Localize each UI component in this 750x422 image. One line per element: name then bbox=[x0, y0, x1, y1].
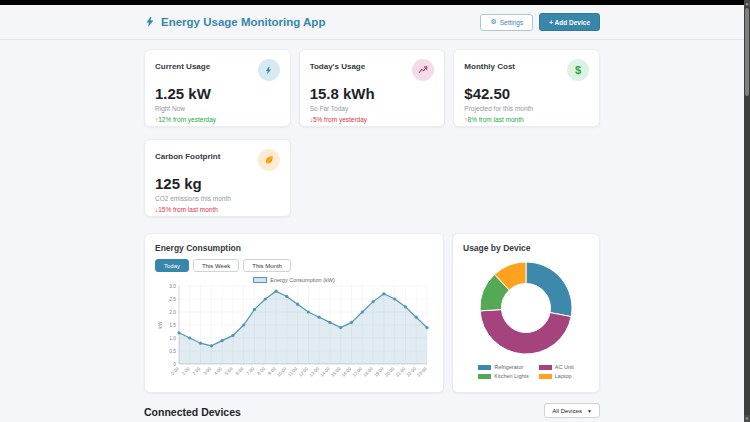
legend-swatch bbox=[539, 374, 552, 379]
svg-text:10:00: 10:00 bbox=[276, 366, 288, 378]
range-buttons: Today This Week This Month bbox=[155, 259, 433, 272]
chevron-down-icon: ▼ bbox=[587, 408, 592, 414]
svg-text:17:00: 17:00 bbox=[352, 366, 364, 378]
scroll-up-icon[interactable]: ▲ bbox=[744, 0, 750, 7]
stat-value: $42.50 bbox=[464, 85, 589, 102]
svg-text:12:00: 12:00 bbox=[298, 366, 310, 378]
svg-text:1.5: 1.5 bbox=[169, 323, 176, 328]
device-filter-select[interactable]: All Devices ▼ bbox=[544, 403, 600, 418]
stat-value: 1.25 kW bbox=[155, 85, 280, 102]
connected-devices-header: Connected Devices All Devices ▼ bbox=[144, 403, 600, 418]
stat-subtitle: Right Now bbox=[155, 105, 280, 112]
stat-change: ↓5% from yesterday bbox=[310, 116, 435, 123]
svg-text:2.0: 2.0 bbox=[169, 310, 176, 315]
page: Energy Usage Monitoring App ⚙ Settings +… bbox=[0, 5, 744, 422]
stat-title: Carbon Footprint bbox=[155, 149, 220, 161]
charts-row: Energy Consumption Today This Week This … bbox=[144, 233, 600, 393]
svg-text:kW: kW bbox=[158, 321, 163, 328]
svg-text:11:00: 11:00 bbox=[287, 366, 299, 378]
device-chart-legend: RefrigeratorAC UnitKitchen LightsLaptop bbox=[463, 364, 589, 379]
device-filter-value: All Devices bbox=[552, 408, 582, 414]
stat-title: Monthly Cost bbox=[464, 59, 515, 71]
stat-value: 125 kg bbox=[155, 175, 280, 192]
add-device-button-label: + Add Device bbox=[549, 19, 590, 26]
svg-text:1.0: 1.0 bbox=[169, 336, 176, 341]
svg-text:8:00: 8:00 bbox=[256, 366, 266, 376]
stat-card-current-usage: Current Usage 1.25 kW Right Now ↑12% fro… bbox=[144, 49, 291, 127]
usage-by-device-chart bbox=[476, 258, 576, 358]
usage-by-device-card: Usage by Device RefrigeratorAC UnitKitch… bbox=[452, 233, 600, 393]
svg-text:0: 0 bbox=[173, 362, 176, 367]
legend-item[interactable]: AC Unit bbox=[539, 364, 574, 370]
stat-title: Today's Usage bbox=[310, 59, 366, 71]
legend-swatch bbox=[539, 365, 552, 370]
svg-text:18:00: 18:00 bbox=[362, 366, 374, 378]
energy-consumption-chart: 0:001:002:003:004:005:006:007:008:009:00… bbox=[155, 283, 435, 391]
svg-text:5:00: 5:00 bbox=[224, 366, 234, 376]
bolt-icon bbox=[144, 15, 156, 29]
svg-text:2.5: 2.5 bbox=[169, 297, 176, 302]
leaf-icon bbox=[258, 149, 280, 171]
svg-text:7:00: 7:00 bbox=[245, 366, 255, 376]
svg-text:3.0: 3.0 bbox=[169, 284, 176, 289]
legend-label: Refrigerator bbox=[494, 364, 523, 370]
settings-button[interactable]: ⚙ Settings bbox=[480, 14, 533, 31]
legend-label: AC Unit bbox=[555, 364, 574, 370]
stat-value: 15.8 kWh bbox=[310, 85, 435, 102]
stat-title: Current Usage bbox=[155, 59, 210, 71]
trend-chart-icon bbox=[412, 59, 434, 81]
svg-text:2:00: 2:00 bbox=[192, 366, 202, 376]
energy-chart-title: Energy Consumption bbox=[155, 243, 433, 253]
svg-text:14:00: 14:00 bbox=[319, 366, 331, 378]
legend-item[interactable]: Laptop bbox=[539, 373, 574, 379]
svg-text:16:00: 16:00 bbox=[341, 366, 353, 378]
range-button-this-month[interactable]: This Month bbox=[243, 259, 291, 272]
scroll-down-icon[interactable]: ▼ bbox=[744, 415, 750, 422]
stats-grid: Current Usage 1.25 kW Right Now ↑12% fro… bbox=[144, 49, 600, 217]
svg-text:0:00: 0:00 bbox=[170, 366, 180, 376]
device-chart-title: Usage by Device bbox=[463, 243, 589, 253]
stat-card-monthly-cost: Monthly Cost $ $42.50 Projected for this… bbox=[453, 49, 600, 127]
range-button-this-week[interactable]: This Week bbox=[193, 259, 239, 272]
legend-swatch bbox=[478, 374, 491, 379]
svg-text:19:00: 19:00 bbox=[373, 366, 385, 378]
energy-consumption-card: Energy Consumption Today This Week This … bbox=[144, 233, 444, 393]
svg-text:6:00: 6:00 bbox=[235, 366, 245, 376]
svg-text:15:00: 15:00 bbox=[330, 366, 342, 378]
bolt-icon bbox=[258, 59, 280, 81]
stat-subtitle: Projected for this month bbox=[464, 105, 589, 112]
stat-subtitle: So Far Today bbox=[310, 105, 435, 112]
gear-icon: ⚙ bbox=[490, 19, 496, 25]
brand: Energy Usage Monitoring App bbox=[144, 15, 325, 29]
add-device-button[interactable]: + Add Device bbox=[539, 13, 600, 31]
stat-card-todays-usage: Today's Usage 15.8 kWh So Far Today ↓5% … bbox=[299, 49, 446, 127]
scrollbar[interactable]: ▲ ▼ bbox=[744, 0, 750, 422]
legend-item[interactable]: Refrigerator bbox=[478, 364, 529, 370]
svg-text:22:00: 22:00 bbox=[405, 366, 417, 378]
app-header: Energy Usage Monitoring App ⚙ Settings +… bbox=[0, 5, 744, 40]
app-window: Energy Usage Monitoring App ⚙ Settings +… bbox=[0, 0, 750, 422]
stat-change: ↑8% from last month bbox=[464, 116, 589, 123]
settings-button-label: Settings bbox=[500, 19, 524, 26]
svg-text:4:00: 4:00 bbox=[213, 366, 223, 376]
page-title: Energy Usage Monitoring App bbox=[161, 16, 325, 28]
stat-change: ↑12% from yesterday bbox=[155, 116, 280, 123]
legend-label: Laptop bbox=[555, 373, 572, 379]
legend-item[interactable]: Kitchen Lights bbox=[478, 373, 529, 379]
legend-swatch bbox=[478, 365, 491, 370]
svg-text:21:00: 21:00 bbox=[395, 366, 407, 378]
range-button-today[interactable]: Today bbox=[155, 259, 189, 272]
svg-text:20:00: 20:00 bbox=[384, 366, 396, 378]
svg-text:1:00: 1:00 bbox=[181, 366, 191, 376]
letterbox-bar bbox=[0, 0, 750, 5]
dollar-icon: $ bbox=[567, 59, 589, 81]
connected-devices-title: Connected Devices bbox=[144, 406, 241, 418]
stat-change: ↓15% from last month bbox=[155, 206, 280, 213]
stat-card-carbon-footprint: Carbon Footprint 125 kg CO2 emissions th… bbox=[144, 139, 291, 217]
legend-label: Kitchen Lights bbox=[494, 373, 529, 379]
stat-subtitle: CO2 emissions this month bbox=[155, 195, 280, 202]
svg-text:3:00: 3:00 bbox=[202, 366, 212, 376]
scrollbar-thumb[interactable] bbox=[745, 8, 749, 96]
svg-text:13:00: 13:00 bbox=[308, 366, 320, 378]
svg-text:0.5: 0.5 bbox=[169, 349, 176, 354]
